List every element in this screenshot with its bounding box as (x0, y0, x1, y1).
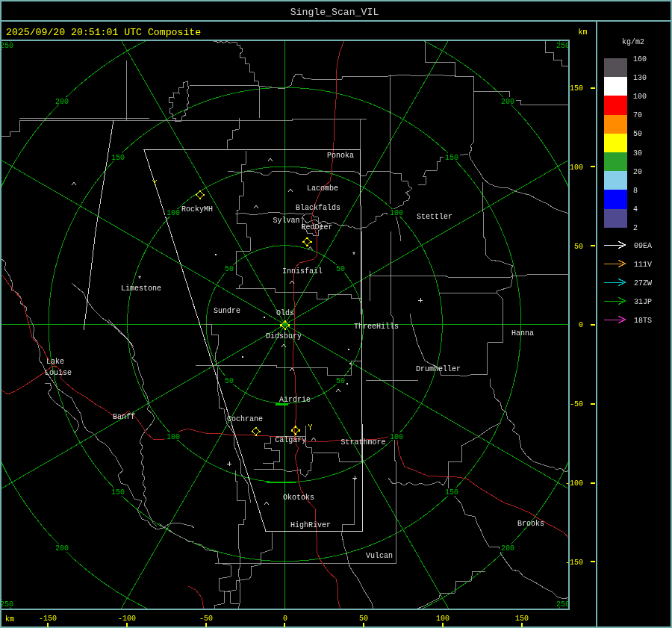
svg-text:111V: 111V (634, 261, 652, 269)
svg-text:-150: -150 (39, 615, 57, 623)
svg-text:100: 100 (570, 164, 583, 172)
svg-text:150: 150 (570, 84, 583, 93)
svg-text:ThreeHills: ThreeHills (354, 323, 399, 331)
svg-text:100: 100 (167, 433, 180, 441)
svg-text:130: 130 (633, 74, 647, 82)
svg-text:160: 160 (633, 55, 647, 63)
svg-text:-50: -50 (199, 615, 213, 623)
svg-text:Louise: Louise (45, 369, 72, 377)
svg-text:70: 70 (633, 111, 642, 119)
svg-text:km: km (5, 615, 14, 624)
svg-text:km: km (579, 28, 588, 37)
svg-text:Calgary: Calgary (275, 436, 306, 444)
svg-text:18TS: 18TS (634, 317, 652, 325)
svg-text:kg/m2: kg/m2 (622, 38, 644, 46)
svg-text:150: 150 (515, 615, 529, 623)
svg-text:Blackfalds: Blackfalds (296, 204, 340, 212)
svg-text:50: 50 (225, 265, 234, 273)
svg-text:Drumheller: Drumheller (416, 365, 461, 373)
svg-text:100: 100 (167, 209, 180, 217)
svg-text:Brooks: Brooks (517, 520, 544, 528)
svg-text:-100: -100 (565, 479, 583, 488)
svg-text:Single_Scan_VIL: Single_Scan_VIL (290, 7, 379, 18)
svg-text:50: 50 (336, 265, 345, 273)
svg-text:09EA: 09EA (634, 242, 652, 250)
svg-text:20: 20 (633, 168, 642, 176)
svg-text:Sylvan: Sylvan (273, 217, 300, 225)
svg-text:30: 30 (633, 149, 642, 158)
svg-text:4: 4 (633, 205, 638, 214)
svg-text:150: 150 (111, 154, 125, 162)
svg-text:200: 200 (501, 98, 514, 106)
svg-text:50: 50 (359, 615, 368, 623)
svg-text:0: 0 (283, 615, 287, 623)
svg-text:Innisfail: Innisfail (282, 267, 323, 276)
svg-text:200: 200 (55, 98, 69, 106)
svg-text:50: 50 (574, 243, 583, 251)
svg-text:Hanna: Hanna (511, 329, 534, 338)
svg-text:RockyMH: RockyMH (181, 205, 213, 214)
svg-text:50: 50 (225, 377, 234, 385)
svg-text:250: 250 (0, 42, 13, 50)
svg-text:Vulcan: Vulcan (366, 552, 393, 560)
svg-text:Strathmore: Strathmore (341, 438, 386, 447)
svg-text:150: 150 (445, 154, 458, 162)
svg-text:250: 250 (556, 600, 570, 609)
svg-text:150: 150 (445, 488, 458, 497)
svg-text:2: 2 (633, 224, 638, 232)
svg-text:31JP: 31JP (634, 298, 652, 306)
svg-text:0: 0 (579, 321, 583, 329)
svg-text:100: 100 (390, 209, 403, 217)
svg-text:Olds: Olds (276, 309, 294, 317)
svg-text:*: * (352, 252, 356, 260)
svg-text:200: 200 (501, 544, 514, 553)
svg-text:RedDeer: RedDeer (302, 223, 333, 231)
svg-text:Stettler: Stettler (417, 213, 452, 221)
svg-text:2025/09/20 20:51:01 UTC Compos: 2025/09/20 20:51:01 UTC Composite (6, 27, 201, 38)
svg-text:Limestone: Limestone (121, 285, 161, 293)
svg-text:250: 250 (0, 600, 13, 609)
svg-text:Okotoks: Okotoks (283, 494, 314, 502)
svg-text:-50: -50 (570, 400, 583, 408)
svg-text:Cochrane: Cochrane (227, 415, 263, 423)
svg-text:250: 250 (556, 42, 570, 50)
svg-text:-150: -150 (565, 559, 583, 567)
svg-text:Airdrie: Airdrie (279, 396, 311, 404)
svg-text:8: 8 (633, 187, 638, 195)
svg-text:50: 50 (336, 377, 345, 385)
svg-text:100: 100 (633, 93, 647, 101)
svg-text:150: 150 (111, 488, 125, 497)
svg-text:Lacombe: Lacombe (307, 184, 338, 193)
svg-text:HighRiver: HighRiver (290, 521, 331, 529)
svg-text:100: 100 (390, 433, 403, 441)
svg-text:27ZW: 27ZW (634, 279, 652, 287)
svg-text:Didsbury: Didsbury (266, 332, 302, 341)
svg-text:*: * (137, 276, 142, 284)
svg-text:100: 100 (436, 615, 449, 623)
svg-text:50: 50 (633, 130, 642, 138)
svg-text:Lake: Lake (46, 358, 64, 366)
svg-text:Banff: Banff (113, 413, 135, 421)
svg-text:Sundre: Sundre (214, 307, 240, 315)
svg-text:Ponoka: Ponoka (327, 152, 354, 160)
svg-text:200: 200 (55, 544, 69, 553)
svg-text:-100: -100 (118, 615, 136, 623)
